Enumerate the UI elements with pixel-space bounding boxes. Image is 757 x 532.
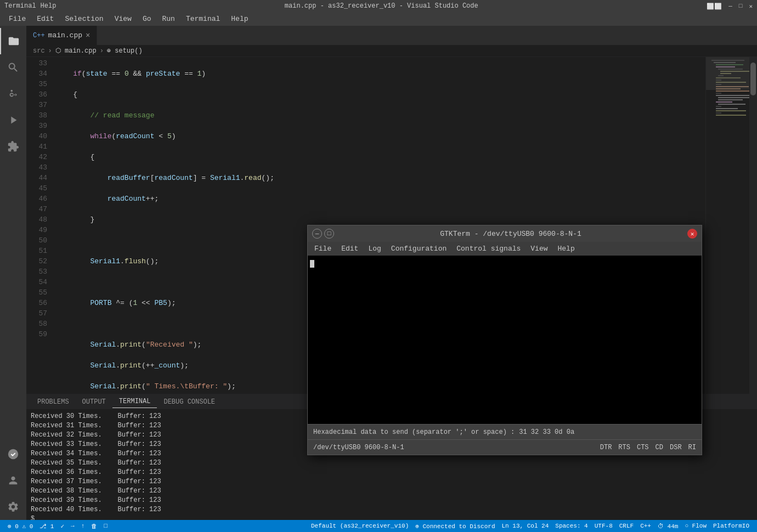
status-platformio[interactable]: PlatformIO <box>710 520 753 532</box>
terminal-line: Received 40 Times. Buffer: 123 <box>31 505 753 514</box>
svg-rect-23 <box>716 108 738 109</box>
gtkterm-close-btn[interactable]: ✕ <box>687 229 697 239</box>
tab-problems[interactable]: PROBLEMS <box>31 396 76 408</box>
minimap-content <box>706 57 749 364</box>
sidebar-item-platformio[interactable] <box>0 441 26 467</box>
layout-btn[interactable]: ⬜⬜ <box>707 3 722 10</box>
gtkterm-menu-log[interactable]: Log <box>364 244 385 254</box>
close-btn[interactable]: ✕ <box>749 3 753 10</box>
gtkterm-menu-help[interactable]: Help <box>553 244 579 254</box>
status-time[interactable]: ⏱ 44m <box>654 520 681 532</box>
gtkterm-terminal[interactable] <box>308 256 702 424</box>
menu-terminal[interactable]: Terminal <box>182 14 224 24</box>
titlebar-help-menu[interactable]: Help <box>41 2 57 10</box>
scrollbar-thumb[interactable] <box>750 63 756 95</box>
gtkterm-menu-control-signals[interactable]: Control signals <box>452 244 525 254</box>
breadcrumb-function[interactable]: ⊕ setup() <box>107 47 143 55</box>
svg-rect-17 <box>716 95 749 96</box>
titlebar-terminal-menu[interactable]: Terminal <box>4 2 36 10</box>
status-line-ending[interactable]: CRLF <box>616 520 637 532</box>
tab-close-btn[interactable]: × <box>86 31 90 40</box>
status-flow[interactable]: ○ Flow <box>681 520 710 532</box>
terminal-line: Received 37 Times. Buffer: 123 <box>31 477 753 486</box>
menu-go[interactable]: Go <box>138 14 156 24</box>
tab-terminal[interactable]: TERMINAL <box>112 395 157 408</box>
gtkterm-maximize-btn[interactable]: □ <box>324 229 334 239</box>
svg-rect-18 <box>718 97 749 98</box>
sidebar-item-account[interactable] <box>0 467 26 494</box>
gtkterm-rts: RTS <box>618 444 630 451</box>
status-arrow-up[interactable]: ↑ <box>78 520 88 532</box>
terminal-line: Received 36 Times. Buffer: 123 <box>31 468 753 477</box>
menu-view[interactable]: View <box>110 14 136 24</box>
tab-output[interactable]: OUTPUT <box>76 396 112 408</box>
gtkterm-cts: CTS <box>637 444 649 451</box>
sidebar-item-search[interactable] <box>0 54 26 81</box>
maximize-btn[interactable]: □ <box>739 3 743 10</box>
status-delete[interactable]: 🗑 <box>88 520 100 532</box>
gtkterm-window-controls: — □ <box>312 229 334 239</box>
breadcrumb-file[interactable]: ⬡ main.cpp <box>55 47 97 55</box>
gtkterm-cursor <box>310 260 314 268</box>
menubar: File Edit Selection View Go Run Terminal… <box>0 12 757 26</box>
status-bar: ⊗ 0 ⚠ 0 ⎇ 1 ✓ → ↑ 🗑 □ Default (as32_rece… <box>0 520 757 532</box>
menu-edit[interactable]: Edit <box>32 14 58 24</box>
status-encoding[interactable]: UTF-8 <box>591 520 616 532</box>
status-discord[interactable]: ⊕ Connected to Discord <box>412 520 498 532</box>
gtkterm-menu-file[interactable]: File <box>310 244 336 254</box>
terminal-line: Received 39 Times. Buffer: 123 <box>31 496 753 505</box>
titlebar-window-controls: ⬜⬜ — □ ✕ <box>707 3 753 10</box>
gtkterm-hex-value[interactable]: 31 32 33 0d 0a <box>519 428 574 436</box>
gtkterm-ri: RI <box>688 444 696 451</box>
svg-rect-25 <box>716 112 721 114</box>
svg-rect-21 <box>718 104 745 105</box>
titlebar-left-menus: Terminal Help <box>4 2 56 10</box>
gtkterm-signal-indicators: DTR RTS CTS CD DSR RI <box>600 444 696 451</box>
gtkterm-minimize-btn[interactable]: — <box>312 229 322 239</box>
gtkterm-dsr: DSR <box>670 444 682 451</box>
svg-rect-16 <box>716 93 721 94</box>
status-errors[interactable]: ⊗ 0 ⚠ 0 <box>4 520 36 532</box>
status-build-config[interactable]: Default (as32_receiver_v10) <box>308 520 412 532</box>
status-branch[interactable]: ⎇ 1 <box>36 520 57 532</box>
svg-rect-20 <box>716 101 732 103</box>
svg-rect-15 <box>716 90 749 92</box>
tab-label: main.cpp <box>48 31 82 39</box>
terminal-line: Received 35 Times. Buffer: 123 <box>31 459 753 468</box>
svg-point-0 <box>8 449 18 459</box>
menu-file[interactable]: File <box>4 14 30 24</box>
gtkterm-menu-configuration[interactable]: Configuration <box>387 244 451 254</box>
terminal-line: Received 38 Times. Buffer: 123 <box>31 486 753 496</box>
status-square[interactable]: □ <box>100 520 111 532</box>
minimize-btn[interactable]: — <box>728 3 732 10</box>
menu-help[interactable]: Help <box>227 14 252 24</box>
sidebar-item-source-control[interactable] <box>0 81 26 107</box>
status-language[interactable]: C++ <box>637 520 654 532</box>
svg-rect-26 <box>716 115 746 116</box>
sidebar-item-extensions[interactable] <box>0 133 26 160</box>
menu-selection[interactable]: Selection <box>60 14 108 24</box>
gtkterm-menu-view[interactable]: View <box>526 244 552 254</box>
gtkterm-cd: CD <box>656 444 663 451</box>
minimap-slider[interactable] <box>706 57 749 90</box>
sidebar-item-settings[interactable] <box>0 494 26 520</box>
gtkterm-titlebar: — □ GTKTerm - /dev/ttyUSB0 9600-8-N-1 ✕ <box>308 225 702 242</box>
menu-run[interactable]: Run <box>157 14 179 24</box>
tab-main-cpp[interactable]: C++ main.cpp × <box>26 26 97 45</box>
sidebar-item-files[interactable] <box>0 28 26 54</box>
tab-debug-console[interactable]: DEBUG CONSOLE <box>157 396 222 408</box>
status-cursor-pos[interactable]: Ln 13, Col 24 <box>498 520 552 532</box>
activity-bar <box>0 26 26 520</box>
status-arrow-right[interactable]: → <box>67 520 78 532</box>
status-spaces[interactable]: Spaces: 4 <box>552 520 591 532</box>
breadcrumb-src[interactable]: src <box>33 47 45 55</box>
gtkterm-connection-info: /dev/ttyUSB0 9600-8-N-1 <box>313 444 404 451</box>
gtkterm-menu-edit[interactable]: Edit <box>337 244 363 254</box>
svg-rect-19 <box>718 99 743 100</box>
status-sync[interactable]: ✓ <box>57 520 67 532</box>
titlebar: Terminal Help main.cpp - as32_receiver_v… <box>0 0 757 12</box>
sidebar-item-run-debug[interactable] <box>0 107 26 133</box>
gtkterm-menubar: File Edit Log Configuration Control sign… <box>308 242 702 256</box>
gtkterm-dtr: DTR <box>600 444 612 451</box>
gtkterm-title: GTKTerm - /dev/ttyUSB0 9600-8-N-1 <box>334 230 687 238</box>
